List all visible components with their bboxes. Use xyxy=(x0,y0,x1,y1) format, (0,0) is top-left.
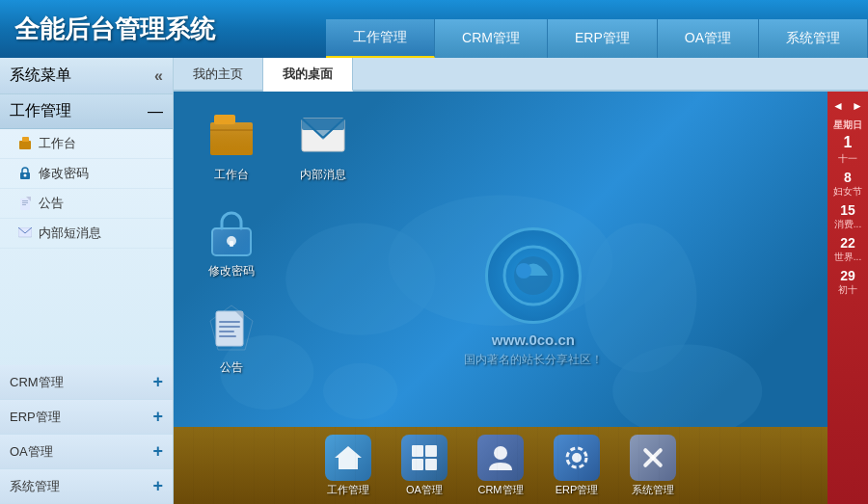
sidebar-section-crm[interactable]: CRM管理 + xyxy=(0,365,173,400)
sidebar-item-workbench[interactable]: 工作台 xyxy=(0,129,173,159)
tab-erp[interactable]: ERP管理 xyxy=(548,19,658,58)
desktop-row-2: 修改密码 xyxy=(188,198,366,294)
svg-rect-38 xyxy=(219,335,236,337)
top-nav: 工作管理 CRM管理 ERP管理 OA管理 系统管理 xyxy=(326,0,868,58)
cal-event-4: 世界... xyxy=(834,251,861,264)
svg-rect-20 xyxy=(210,122,253,155)
sidebar-item-announcement-label: 公告 xyxy=(39,195,64,212)
tab-work-management[interactable]: 工作管理 xyxy=(326,19,435,58)
taskbar-texture xyxy=(174,427,827,504)
cal-date-3: 15 xyxy=(840,202,855,218)
announcement-icon xyxy=(17,196,33,211)
sidebar-section-erp[interactable]: ERP管理 + xyxy=(0,400,173,435)
sub-tabs: 我的主页 我的桌面 xyxy=(174,58,868,92)
sub-tab-home[interactable]: 我的主页 xyxy=(174,58,263,90)
watermark: www.0co.cn 国内著名的站长分享社区！ xyxy=(464,227,603,368)
svg-rect-5 xyxy=(22,200,28,201)
content-area: 我的主页 我的桌面 xyxy=(174,58,868,504)
cal-day-label: 星期日 xyxy=(833,119,862,132)
cal-nav-row: ◄ ► xyxy=(828,96,867,116)
cal-event-2: 妇女节 xyxy=(833,185,862,199)
desktop-icons: 工作台 xyxy=(188,101,366,390)
svg-point-13 xyxy=(612,344,762,438)
sidebar-section-system-plus: + xyxy=(152,476,163,496)
watermark-url: www.0co.cn xyxy=(464,332,603,348)
sidebar-title: 系统菜单 xyxy=(10,66,71,86)
workbench-desktop-icon xyxy=(206,111,257,161)
svg-rect-37 xyxy=(219,331,234,332)
desktop-icon-message[interactable]: 内部消息 xyxy=(280,101,366,193)
sidebar-section-crm-plus: + xyxy=(152,372,163,392)
svg-rect-0 xyxy=(19,141,31,149)
sidebar: 系统菜单 « 工作管理 — 工作台 xyxy=(0,58,174,504)
sidebar-collapse-icon[interactable]: « xyxy=(154,67,163,85)
svg-rect-33 xyxy=(216,311,243,346)
cal-date-4: 22 xyxy=(840,235,855,251)
sidebar-item-workbench-label: 工作台 xyxy=(39,135,76,152)
sidebar-header: 系统菜单 « xyxy=(0,58,173,94)
desktop-icon-announcement-label: 公告 xyxy=(220,359,243,376)
workbench-icon xyxy=(17,136,33,151)
cal-date-1: 1 xyxy=(844,134,853,151)
cal-date-2: 8 xyxy=(844,170,852,185)
svg-point-3 xyxy=(24,174,27,177)
tab-system[interactable]: 系统管理 xyxy=(759,19,868,58)
sidebar-group-work-header[interactable]: 工作管理 — xyxy=(0,94,173,129)
svg-rect-36 xyxy=(219,326,240,328)
sidebar-group-collapse-icon: — xyxy=(148,103,163,120)
sidebar-item-announcement[interactable]: 公告 xyxy=(0,189,173,219)
cal-event-5: 初十 xyxy=(838,283,857,297)
cal-event-1: 十一 xyxy=(838,152,857,166)
password-desktop-icon xyxy=(206,207,257,257)
cal-prev-btn[interactable]: ◄ xyxy=(829,97,847,115)
desktop-icon-workbench-label: 工作台 xyxy=(214,167,249,183)
sidebar-sections: CRM管理 + ERP管理 + OA管理 + 系统管理 + xyxy=(0,365,173,504)
sidebar-item-password[interactable]: 修改密码 xyxy=(0,159,173,189)
desktop-row-3: 公告 xyxy=(188,294,366,390)
svg-rect-1 xyxy=(22,137,29,142)
sub-tab-desktop[interactable]: 我的桌面 xyxy=(263,58,353,92)
desktop-icon-message-label: 内部消息 xyxy=(300,167,346,183)
cal-date-5: 29 xyxy=(840,268,855,283)
sidebar-section-system[interactable]: 系统管理 + xyxy=(0,469,173,504)
cal-next-btn[interactable]: ► xyxy=(849,97,866,115)
sidebar-group-work-title: 工作管理 xyxy=(10,101,71,121)
sidebar-section-oa-plus: + xyxy=(152,441,163,462)
password-icon xyxy=(17,166,33,181)
main-layout: 系统菜单 « 工作管理 — 工作台 xyxy=(0,58,868,504)
svg-rect-7 xyxy=(22,204,26,205)
svg-rect-6 xyxy=(22,202,28,203)
message-desktop-icon xyxy=(298,111,348,161)
desktop: www.0co.cn 国内著名的站长分享社区！ xyxy=(174,92,827,504)
desktop-row: www.0co.cn 国内著名的站长分享社区！ xyxy=(174,92,868,504)
desktop-icon-workbench[interactable]: 工作台 xyxy=(188,101,275,193)
svg-point-18 xyxy=(516,263,531,279)
sidebar-section-oa[interactable]: OA管理 + xyxy=(0,435,173,469)
desktop-row-1: 工作台 xyxy=(188,101,366,198)
header: 全能后台管理系统 工作管理 CRM管理 ERP管理 OA管理 系统管理 xyxy=(0,0,868,58)
tab-crm[interactable]: CRM管理 xyxy=(435,19,548,58)
svg-rect-35 xyxy=(219,321,240,323)
app-title: 全能后台管理系统 xyxy=(14,13,215,46)
svg-rect-21 xyxy=(214,115,235,124)
desktop-icon-password[interactable]: 修改密码 xyxy=(188,198,275,289)
announcement-desktop-icon xyxy=(206,304,257,354)
watermark-logo xyxy=(485,227,582,324)
tab-oa[interactable]: OA管理 xyxy=(658,19,759,58)
svg-rect-31 xyxy=(230,241,233,247)
sidebar-item-password-label: 修改密码 xyxy=(39,165,89,182)
taskbar: 工作管理 OA管理 xyxy=(174,427,827,504)
desktop-icon-announcement[interactable]: 公告 xyxy=(188,294,275,385)
sidebar-item-message[interactable]: 内部短消息 xyxy=(0,219,173,249)
sidebar-group-work: 工作管理 — 工作台 xyxy=(0,94,173,249)
message-icon xyxy=(17,225,33,241)
calendar-sidebar: ◄ ► 星期日 1 十一 8 妇女节 15 消费... 22 世界... 29 … xyxy=(827,92,868,504)
sidebar-section-erp-plus: + xyxy=(152,407,163,427)
cal-event-3: 消费... xyxy=(834,218,861,231)
watermark-desc: 国内著名的站长分享社区！ xyxy=(464,352,603,368)
desktop-icon-password-label: 修改密码 xyxy=(208,263,255,279)
sidebar-item-message-label: 内部短消息 xyxy=(39,225,101,242)
